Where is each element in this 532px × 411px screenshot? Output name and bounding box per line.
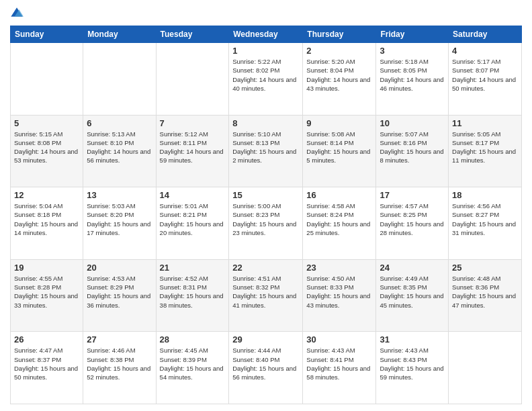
calendar-cell: 12Sunrise: 5:04 AM Sunset: 8:18 PM Dayli… [11, 187, 83, 260]
calendar-cell: 10Sunrise: 5:07 AM Sunset: 8:16 PM Dayli… [376, 115, 449, 187]
calendar-week-row: 1Sunrise: 5:22 AM Sunset: 8:02 PM Daylig… [11, 43, 522, 116]
day-number: 7 [160, 118, 226, 128]
calendar-cell: 7Sunrise: 5:12 AM Sunset: 8:11 PM Daylig… [156, 115, 229, 187]
day-info: Sunrise: 4:57 AM Sunset: 8:25 PM Dayligh… [380, 201, 445, 237]
day-number: 27 [87, 334, 152, 345]
calendar-week-row: 26Sunrise: 4:47 AM Sunset: 8:37 PM Dayli… [11, 332, 522, 404]
day-info: Sunrise: 5:00 AM Sunset: 8:23 PM Dayligh… [232, 201, 299, 237]
calendar-cell: 5Sunrise: 5:15 AM Sunset: 8:08 PM Daylig… [11, 115, 83, 187]
logo [10, 7, 29, 20]
day-number: 1 [232, 46, 299, 56]
calendar-cell: 3Sunrise: 5:18 AM Sunset: 8:05 PM Daylig… [376, 43, 449, 116]
day-info: Sunrise: 5:04 AM Sunset: 8:18 PM Dayligh… [14, 201, 79, 237]
day-info: Sunrise: 4:53 AM Sunset: 8:29 PM Dayligh… [87, 274, 152, 310]
day-number: 12 [14, 190, 79, 200]
day-number: 17 [380, 190, 445, 200]
day-number: 5 [14, 118, 79, 128]
calendar-cell: 2Sunrise: 5:20 AM Sunset: 8:04 PM Daylig… [303, 43, 376, 116]
page: SundayMondayTuesdayWednesdayThursdayFrid… [0, 0, 532, 411]
day-number: 19 [14, 263, 79, 273]
day-info: Sunrise: 4:46 AM Sunset: 8:38 PM Dayligh… [87, 346, 152, 381]
day-info: Sunrise: 5:13 AM Sunset: 8:10 PM Dayligh… [87, 130, 152, 165]
day-info: Sunrise: 4:58 AM Sunset: 8:24 PM Dayligh… [306, 201, 372, 237]
calendar-cell: 1Sunrise: 5:22 AM Sunset: 8:02 PM Daylig… [229, 43, 303, 116]
day-number: 25 [452, 263, 518, 273]
day-info: Sunrise: 4:55 AM Sunset: 8:28 PM Dayligh… [14, 274, 79, 310]
day-number: 23 [306, 263, 372, 273]
day-of-week-header: Friday [376, 26, 449, 43]
day-number: 6 [87, 118, 152, 128]
day-of-week-header: Tuesday [156, 26, 229, 43]
calendar-cell: 27Sunrise: 4:46 AM Sunset: 8:38 PM Dayli… [83, 332, 156, 404]
calendar-cell: 15Sunrise: 5:00 AM Sunset: 8:23 PM Dayli… [229, 187, 303, 260]
calendar-cell: 4Sunrise: 5:17 AM Sunset: 8:07 PM Daylig… [449, 43, 522, 116]
day-info: Sunrise: 5:22 AM Sunset: 8:02 PM Dayligh… [232, 57, 299, 93]
day-info: Sunrise: 5:03 AM Sunset: 8:20 PM Dayligh… [87, 201, 152, 237]
day-info: Sunrise: 5:10 AM Sunset: 8:13 PM Dayligh… [232, 130, 299, 165]
calendar-cell: 18Sunrise: 4:56 AM Sunset: 8:27 PM Dayli… [449, 187, 522, 260]
calendar-cell: 11Sunrise: 5:05 AM Sunset: 8:17 PM Dayli… [449, 115, 522, 187]
day-of-week-header: Saturday [449, 26, 522, 43]
calendar-cell: 21Sunrise: 4:52 AM Sunset: 8:31 PM Dayli… [156, 259, 229, 332]
calendar-header-row: SundayMondayTuesdayWednesdayThursdayFrid… [11, 26, 522, 43]
day-number: 26 [14, 334, 79, 345]
day-info: Sunrise: 4:56 AM Sunset: 8:27 PM Dayligh… [452, 201, 518, 237]
day-number: 31 [380, 334, 445, 345]
day-info: Sunrise: 5:18 AM Sunset: 8:05 PM Dayligh… [380, 57, 445, 93]
day-number: 15 [232, 190, 299, 200]
calendar-cell: 29Sunrise: 4:44 AM Sunset: 8:40 PM Dayli… [229, 332, 303, 404]
day-number: 18 [452, 190, 518, 200]
calendar-cell: 24Sunrise: 4:49 AM Sunset: 8:35 PM Dayli… [376, 259, 449, 332]
day-number: 21 [160, 263, 226, 273]
day-info: Sunrise: 4:52 AM Sunset: 8:31 PM Dayligh… [160, 274, 226, 310]
calendar-cell [83, 43, 156, 116]
day-info: Sunrise: 5:15 AM Sunset: 8:08 PM Dayligh… [14, 130, 79, 165]
calendar-cell [449, 332, 522, 404]
calendar-cell: 17Sunrise: 4:57 AM Sunset: 8:25 PM Dayli… [376, 187, 449, 260]
calendar-week-row: 5Sunrise: 5:15 AM Sunset: 8:08 PM Daylig… [11, 115, 522, 187]
day-info: Sunrise: 5:08 AM Sunset: 8:14 PM Dayligh… [306, 130, 372, 165]
day-info: Sunrise: 5:12 AM Sunset: 8:11 PM Dayligh… [160, 130, 226, 165]
day-info: Sunrise: 4:48 AM Sunset: 8:36 PM Dayligh… [452, 274, 518, 310]
calendar-cell [11, 43, 83, 116]
day-info: Sunrise: 4:49 AM Sunset: 8:35 PM Dayligh… [380, 274, 445, 310]
calendar-cell: 31Sunrise: 4:43 AM Sunset: 8:43 PM Dayli… [376, 332, 449, 404]
day-info: Sunrise: 5:05 AM Sunset: 8:17 PM Dayligh… [452, 130, 518, 165]
calendar-cell: 8Sunrise: 5:10 AM Sunset: 8:13 PM Daylig… [229, 115, 303, 187]
calendar-cell: 20Sunrise: 4:53 AM Sunset: 8:29 PM Dayli… [83, 259, 156, 332]
day-number: 30 [306, 334, 372, 345]
day-info: Sunrise: 5:20 AM Sunset: 8:04 PM Dayligh… [306, 57, 372, 93]
day-info: Sunrise: 4:47 AM Sunset: 8:37 PM Dayligh… [14, 346, 79, 381]
header [10, 7, 522, 20]
day-of-week-header: Sunday [11, 26, 83, 43]
calendar-cell [156, 43, 229, 116]
calendar-week-row: 19Sunrise: 4:55 AM Sunset: 8:28 PM Dayli… [11, 259, 522, 332]
calendar-cell: 22Sunrise: 4:51 AM Sunset: 8:32 PM Dayli… [229, 259, 303, 332]
calendar-cell: 19Sunrise: 4:55 AM Sunset: 8:28 PM Dayli… [11, 259, 83, 332]
day-info: Sunrise: 5:17 AM Sunset: 8:07 PM Dayligh… [452, 57, 518, 93]
calendar-cell: 13Sunrise: 5:03 AM Sunset: 8:20 PM Dayli… [83, 187, 156, 260]
calendar-cell: 23Sunrise: 4:50 AM Sunset: 8:33 PM Dayli… [303, 259, 376, 332]
calendar-cell: 9Sunrise: 5:08 AM Sunset: 8:14 PM Daylig… [303, 115, 376, 187]
calendar-cell: 14Sunrise: 5:01 AM Sunset: 8:21 PM Dayli… [156, 187, 229, 260]
day-number: 14 [160, 190, 226, 200]
day-info: Sunrise: 5:01 AM Sunset: 8:21 PM Dayligh… [160, 201, 226, 237]
day-info: Sunrise: 4:44 AM Sunset: 8:40 PM Dayligh… [232, 346, 299, 381]
day-of-week-header: Monday [83, 26, 156, 43]
day-of-week-header: Thursday [303, 26, 376, 43]
day-number: 24 [380, 263, 445, 273]
day-number: 20 [87, 263, 152, 273]
calendar-week-row: 12Sunrise: 5:04 AM Sunset: 8:18 PM Dayli… [11, 187, 522, 260]
day-number: 28 [160, 334, 226, 345]
calendar-cell: 30Sunrise: 4:43 AM Sunset: 8:41 PM Dayli… [303, 332, 376, 404]
day-info: Sunrise: 4:43 AM Sunset: 8:41 PM Dayligh… [306, 346, 372, 381]
day-number: 11 [452, 118, 518, 128]
calendar-table: SundayMondayTuesdayWednesdayThursdayFrid… [10, 26, 522, 404]
day-number: 9 [306, 118, 372, 128]
calendar-cell: 25Sunrise: 4:48 AM Sunset: 8:36 PM Dayli… [449, 259, 522, 332]
calendar-cell: 28Sunrise: 4:45 AM Sunset: 8:39 PM Dayli… [156, 332, 229, 404]
day-number: 2 [306, 46, 372, 56]
day-number: 29 [232, 334, 299, 345]
logo-icon [10, 7, 24, 20]
calendar-cell: 26Sunrise: 4:47 AM Sunset: 8:37 PM Dayli… [11, 332, 83, 404]
